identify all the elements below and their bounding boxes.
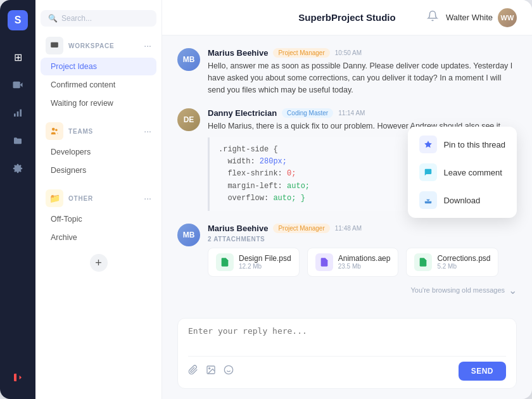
teams-icon [46,122,63,140]
developers-label: Developers [51,148,91,156]
sender-name-2: Danny Electrician [208,108,277,118]
role-badge-3: Project Manager [273,224,329,233]
app-logo[interactable]: S [8,10,28,30]
chevron-down-icon: ⌄ [509,284,517,296]
teams-label: TEAMS [68,128,93,135]
user-info: Walter White WW [446,8,517,27]
leave-comment-label: Leave comment [443,168,502,177]
user-name: Walter White [446,13,493,22]
workspace-menu-icon[interactable]: ··· [144,41,151,51]
sidebar-item-off-topic[interactable]: Off-Topic [41,210,156,228]
header-title: SuperbProject Studio [298,12,395,23]
att-size-2: 23.5 Mb [338,263,391,270]
left-nav: S ⊞ [0,0,35,399]
teams-menu-icon[interactable]: ··· [144,126,151,136]
other-section-header: 📁 OTHER ··· [35,187,162,210]
sidebar-item-designers[interactable]: Designers [41,162,156,179]
download-icon [419,191,437,209]
designers-label: Designers [51,166,86,175]
nav-chart-icon[interactable] [6,101,29,124]
att-info-2: Animations.aep 23.5 Mb [338,254,391,270]
pin-thread-label: Pin to this thread [443,140,505,149]
waiting-review-label: Waiting for review [51,99,113,108]
header-right: Walter White WW [427,8,517,27]
message-time-2: 11:14 AM [338,110,365,117]
reply-area: SEND [177,318,517,389]
notification-bell-icon[interactable] [427,10,438,25]
marius-avatar-1: MB [177,48,200,71]
message-time-3: 11:48 AM [335,225,362,232]
svg-rect-0 [13,82,20,89]
message-3-content: Marius Beehive Project Manager 11:48 AM … [208,224,517,296]
search-icon: 🔍 [48,14,58,23]
nav-folder-icon[interactable] [6,129,29,152]
sidebar-item-developers[interactable]: Developers [41,143,156,161]
message-2-header: Danny Electrician Coding Master 11:14 AM [208,108,517,118]
nav-settings-icon[interactable] [6,157,29,180]
context-download[interactable]: Download [412,186,513,214]
confirmed-content-label: Confirmed content [51,80,115,89]
send-button[interactable]: SEND [459,362,506,381]
svg-rect-6 [51,42,58,48]
nav-video-icon[interactable] [6,73,29,96]
other-icon: 📁 [46,189,63,207]
project-ideas-label: Project Ideas [51,62,97,71]
attachment-animations[interactable]: Animations.aep 23.5 Mb [307,248,399,277]
attachment-design-file[interactable]: Design File.psd 12.2 Mb [208,248,300,277]
browsing-old-text: You're browsing old messages [411,286,505,294]
teams-section-header: TEAMS ··· [35,120,162,142]
pin-icon [419,136,437,153]
nav-exit-icon[interactable] [6,366,29,389]
role-badge-1: Project Manager [273,48,329,58]
message-1: MB Marius Beehive Project Manager 10:50 … [177,48,517,96]
app-window: S ⊞ 🔍 Search... [0,0,532,399]
browsing-old-messages: You're browsing old messages ⌄ [411,284,517,296]
archive-label: Archive [51,233,77,242]
sidebar-item-waiting-review[interactable]: Waiting for review [41,94,156,112]
psd-icon-1 [216,253,234,271]
context-leave-comment[interactable]: Leave comment [412,158,513,186]
svg-point-7 [52,128,55,131]
nav-grid-icon[interactable]: ⊞ [6,46,29,68]
workspace-label: WORKSPACE [68,42,115,49]
danny-avatar: DE [177,108,200,131]
att-info-3: Corrections.psd 5.2 Mb [437,254,490,270]
att-size-3: 5.2 Mb [437,263,490,270]
search-placeholder: Search... [61,14,92,23]
sender-name-1: Marius Beehive [208,48,268,58]
marius-avatar-3: MB [177,224,200,246]
att-info-1: Design File.psd 12.2 Mb [239,254,291,270]
other-label: OTHER [68,195,93,202]
message-time-1: 10:50 AM [335,49,362,56]
sidebar-item-confirmed-content[interactable]: Confirmed content [41,76,156,94]
svg-point-10 [209,368,210,369]
message-3-header: Marius Beehive Project Manager 11:48 AM [208,224,517,233]
add-channel-button[interactable]: + [90,254,108,272]
message-text-1: Hello, answer me as soon as possible Dan… [208,60,517,96]
workspace-section-header: WORKSPACE ··· [35,34,162,57]
other-menu-icon[interactable]: ··· [144,193,151,203]
message-3: MB Marius Beehive Project Manager 11:48 … [177,224,517,296]
attachment-icon[interactable] [188,365,198,377]
workspace-icon [46,37,63,54]
comment-icon [419,163,437,181]
emoji-icon[interactable] [224,365,234,377]
reply-input[interactable] [188,326,506,349]
attachments-row: Design File.psd 12.2 Mb Animations.aep 2… [208,248,517,296]
svg-marker-1 [20,82,23,87]
sidebar: 🔍 Search... WORKSPACE ··· Project Ideas … [35,0,162,399]
context-menu: Pin to this thread Leave comment Downloa… [408,127,517,218]
context-pin-thread[interactable]: Pin to this thread [412,130,513,158]
main-content: SuperbProject Studio Walter White WW MB [162,0,532,399]
attachments-label: 2 ATTACHMENTS [208,236,517,243]
sidebar-item-archive[interactable]: Archive [41,229,156,246]
svg-point-8 [55,129,58,132]
att-name-3: Corrections.psd [437,254,490,263]
user-avatar[interactable]: WW [498,8,517,27]
image-icon[interactable] [206,365,216,377]
off-topic-label: Off-Topic [51,215,82,224]
attachment-corrections[interactable]: Corrections.psd 5.2 Mb [406,248,498,277]
sidebar-item-project-ideas[interactable]: Project Ideas [41,58,156,75]
search-bar[interactable]: 🔍 Search... [41,10,156,27]
top-header: SuperbProject Studio Walter White WW [162,0,532,35]
